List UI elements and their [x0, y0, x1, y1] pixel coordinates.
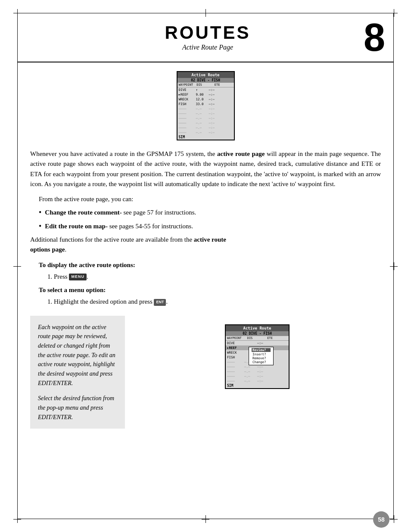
corner-cross-bottom-right — [390, 515, 398, 523]
page-number-badge: 58 — [373, 511, 389, 528]
screen1-row-6: ———— —.— —:— — [177, 116, 234, 121]
popup-item-review: Review? — [252, 348, 271, 352]
bullet-dot-1: • — [39, 208, 41, 218]
screen2-route: 02 DIVE - FISH — [226, 331, 289, 336]
col-waypoint: WAYPOINT — [179, 83, 197, 87]
corner-cross-bottom-left — [13, 515, 21, 523]
screen1-row-5: ———— —.— —:— — [177, 111, 234, 116]
screen1-header-row: WAYPOINT DIS ETE — [177, 83, 234, 87]
screen2-title: Active Route — [226, 325, 289, 331]
popup-item-remove: Remove? — [252, 356, 271, 360]
from-active-text: From the active route page, you can: — [39, 194, 381, 204]
page-title: ROUTES — [165, 24, 250, 42]
screen1-container: Active Route 02 DIVE - FISH WAYPOINT DIS… — [30, 71, 381, 140]
step1-period: . — [87, 273, 88, 280]
body-active-route-bold: active route page — [217, 150, 265, 157]
screen2-col-ete: ETE — [267, 336, 287, 340]
page-number: 58 — [378, 516, 385, 523]
bullet-dot-2: • — [39, 221, 41, 231]
popup-item-insert: Insert? — [252, 352, 271, 356]
screen2-row-e5: ———— —.— —:— — [226, 379, 289, 383]
step2-text: 1. Highlight the desired option and pres… — [47, 298, 154, 305]
screen1-row-2: WRECK 12.0 —:— — [177, 97, 234, 102]
bullet-item-1: • Change the route comment- see page 57 … — [39, 208, 381, 218]
screen1-row-0: DIVE ↑ —:— — [177, 87, 234, 92]
screen2-row-reef: ►REEF Review? Insert? Remove? Change? — [226, 345, 289, 350]
screen2-col-dis: DIS — [247, 336, 268, 340]
heading-select-option: To select a menu option: — [39, 285, 381, 295]
additional-para: Additional functions for the active rout… — [30, 235, 381, 255]
step1-block: 1. Press MENU. — [47, 272, 381, 282]
screen2-bottom: SIM — [226, 383, 289, 388]
step2-period: . — [166, 298, 168, 305]
step1-text: 1. Press — [47, 273, 69, 280]
corner-cross-middle-right — [390, 262, 398, 270]
screen2-header-row: WAYPOINT DIS ETE — [226, 336, 289, 341]
header-title-block: ROUTES Active Route Page — [52, 24, 364, 51]
screen1-bottom: SIM — [177, 135, 234, 140]
bottom-left-info: Each waypoint on the active route page m… — [30, 316, 125, 429]
screen1-route: 02 DIVE - FISH — [177, 78, 234, 83]
bullet1-bold: Change the route comment- — [45, 209, 121, 216]
screen2-row-e3: ———— —.— —:— — [226, 369, 289, 374]
step2-block: 1. Highlight the desired option and pres… — [47, 297, 381, 307]
corner-cross-middle-left — [13, 262, 21, 270]
screen2-row-dive: DIVE —:— — [226, 341, 289, 345]
bullet2-content: Edit the route on map- see pages 54-55 f… — [45, 221, 193, 231]
col-ete: ETE — [215, 83, 233, 87]
additional-bold2: options page — [30, 246, 65, 253]
bullet1-content: Change the route comment- see page 57 fo… — [45, 208, 196, 218]
page-subtitle: Active Route Page — [182, 44, 233, 51]
popup-item-change: Change? — [252, 360, 271, 364]
popup-menu: Review? Insert? Remove? Change? — [249, 347, 274, 365]
body-para1-text: Whenever you have activated a route in t… — [30, 150, 217, 157]
menu-button: MENU — [69, 274, 87, 280]
screen1-title: Active Route — [177, 72, 234, 78]
screen1-row-9: ———— —.— —:— — [177, 130, 234, 135]
corner-cross-bottom-center — [202, 515, 209, 523]
screen1-row-3: FISH 33.0 —:— — [177, 102, 234, 106]
page-header: ROUTES Active Route Page 8 — [17, 13, 394, 62]
additional-bold1: active route — [194, 236, 226, 243]
chapter-number: 8 — [364, 18, 385, 57]
gps-screen-1: Active Route 02 DIVE - FISH WAYPOINT DIS… — [177, 71, 235, 140]
screen2-container: Active Route 02 DIVE - FISH WAYPOINT DIS… — [134, 316, 381, 429]
screen1-row-8: ———— —.— —:— — [177, 125, 234, 130]
col-dis: DIS — [196, 83, 215, 87]
screen1-row-7: ———— —.— —:— — [177, 121, 234, 125]
ent-button: ENT — [154, 299, 166, 306]
heading-display-options: To display the active route options: — [39, 260, 381, 270]
body-para1: Whenever you have activated a route in t… — [30, 149, 381, 189]
bottom-text-2: Select the desired function from the pop… — [38, 394, 117, 422]
screen2-row-e4: ———— —.— —:— — [226, 374, 289, 379]
main-content: Active Route 02 DIVE - FISH WAYPOINT DIS… — [30, 62, 381, 429]
screen1-row-4: ———— —.— —:— — [177, 106, 234, 111]
bottom-text-1: Each waypoint on the active route page m… — [38, 323, 117, 388]
screen1-row-1: ►REEF 9.00 —:— — [177, 92, 234, 97]
bullet-item-2: • Edit the route on map- see pages 54-55… — [39, 221, 381, 231]
bottom-section: Each waypoint on the active route page m… — [30, 316, 381, 429]
screen2-col-wp: WAYPOINT — [227, 336, 247, 340]
gps-screen-2: Active Route 02 DIVE - FISH WAYPOINT DIS… — [225, 324, 290, 389]
bullet-1: • Change the route comment- see page 57 … — [39, 208, 381, 231]
bullet2-bold: Edit the route on map- — [45, 223, 108, 230]
